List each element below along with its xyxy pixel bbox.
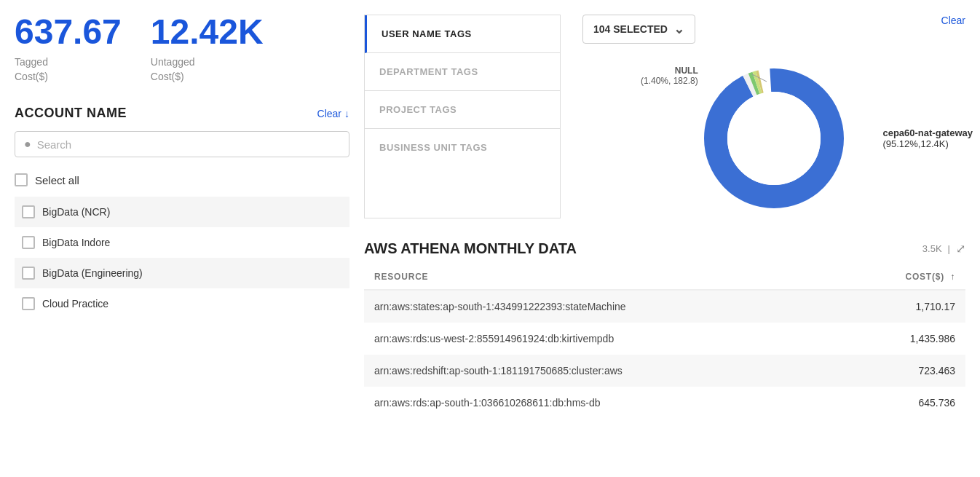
search-icon: ●	[24, 138, 31, 151]
tags-nav: USER NAME TAGS DEPARTMENT TAGS PROJECT T…	[364, 15, 561, 218]
tagged-cost-label: TaggedCost($)	[15, 55, 122, 84]
account-item-cloud-practice[interactable]: Cloud Practice	[15, 288, 349, 319]
dropdown-chevron-icon: ⌄	[673, 21, 684, 37]
svg-point-5	[727, 92, 821, 185]
untagged-cost-block: 12.42K UntaggedCost($)	[151, 15, 264, 84]
selected-dropdown[interactable]: 104 SELECTED ⌄	[582, 15, 695, 44]
athena-title: AWS ATHENA MONTHLY DATA	[364, 240, 577, 257]
selected-count-label: 104 SELECTED	[593, 23, 668, 35]
col-resource: RESOURCE	[364, 264, 842, 290]
account-checkbox-bigdata-indore[interactable]	[22, 236, 35, 249]
tag-item-businessunit[interactable]: BUSINESS UNIT TAGS	[365, 129, 560, 166]
athena-meta: 3.5K | ⤢	[922, 242, 965, 256]
athena-section: AWS ATHENA MONTHLY DATA 3.5K | ⤢ RESOURC…	[364, 240, 965, 462]
untagged-cost-label: UntaggedCost($)	[151, 55, 264, 84]
account-label-cloud-practice: Cloud Practice	[42, 298, 108, 310]
select-all-label: Select all	[35, 174, 79, 186]
main-container: 637.67 TaggedCost($) 12.42K UntaggedCost…	[0, 0, 980, 477]
account-label-bigdata-indore: BigData Indore	[42, 237, 110, 248]
table-row: arn:aws:rds:ap-south-1:036610268611:db:h…	[364, 387, 965, 419]
tagged-cost-block: 637.67 TaggedCost($)	[15, 15, 122, 84]
donut-null-title: NULL	[641, 66, 698, 76]
account-label-bigdata-ncr: BigData (NCR)	[42, 206, 110, 218]
table-row: arn:aws:redshift:ap-south-1:181191750685…	[364, 355, 965, 387]
table-row: arn:aws:states:ap-south-1:434991222393:s…	[364, 290, 965, 323]
search-box: ●	[15, 131, 349, 157]
clear-top-right-button[interactable]: Clear	[941, 15, 965, 26]
chart-area: Clear 104 SELECTED ⌄ NULL (1.40%, 182.8)	[582, 15, 965, 218]
account-item-bigdata-indore[interactable]: BigData Indore	[15, 227, 349, 258]
expand-icon[interactable]: ⤢	[956, 242, 965, 256]
donut-main-title: cepa60-nat-gateway	[882, 127, 973, 138]
account-name-title: ACCOUNT NAME	[15, 106, 127, 121]
tagged-cost-value: 637.67	[15, 15, 122, 50]
account-header: ACCOUNT NAME Clear ↓	[15, 106, 349, 121]
resource-cell: arn:aws:rds:us-west-2:855914961924:db:ki…	[364, 323, 842, 355]
left-panel: 637.67 TaggedCost($) 12.42K UntaggedCost…	[15, 15, 349, 462]
table-header-row: RESOURCE COST($) ↑	[364, 264, 965, 290]
account-checkbox-bigdata-ncr[interactable]	[22, 205, 35, 218]
col-cost[interactable]: COST($) ↑	[842, 264, 965, 290]
right-panel: USER NAME TAGS DEPARTMENT TAGS PROJECT T…	[364, 15, 965, 462]
sort-icon: ↑	[950, 272, 955, 282]
athena-header: AWS ATHENA MONTHLY DATA 3.5K | ⤢	[364, 240, 965, 257]
account-checkbox-bigdata-engineering[interactable]	[22, 267, 35, 280]
account-checkbox-cloud-practice[interactable]	[22, 297, 35, 310]
cost-cell: 645.736	[842, 387, 965, 419]
table-body: arn:aws:states:ap-south-1:434991222393:s…	[364, 290, 965, 419]
account-item-bigdata-engineering[interactable]: BigData (Engineering)	[15, 258, 349, 288]
select-all-checkbox[interactable]	[15, 173, 28, 186]
donut-null-label: NULL (1.40%, 182.8)	[641, 66, 698, 86]
account-item-bigdata-ncr[interactable]: BigData (NCR)	[15, 197, 349, 227]
top-area: USER NAME TAGS DEPARTMENT TAGS PROJECT T…	[364, 15, 965, 218]
donut-null-detail: (1.40%, 182.8)	[641, 76, 698, 86]
search-input[interactable]	[37, 138, 340, 151]
cost-cell: 1,710.17	[842, 290, 965, 323]
data-table: RESOURCE COST($) ↑ arn:aws:states:ap-sou…	[364, 264, 965, 419]
donut-main-detail: (95.12%,12.4K)	[882, 138, 973, 149]
donut-main-label: cepa60-nat-gateway (95.12%,12.4K)	[882, 127, 973, 149]
tag-item-username[interactable]: USER NAME TAGS	[365, 15, 560, 53]
tag-item-department[interactable]: DEPARTMENT TAGS	[365, 53, 560, 91]
cost-cell: 723.463	[842, 355, 965, 387]
resource-cell: arn:aws:redshift:ap-south-1:181191750685…	[364, 355, 842, 387]
donut-chart-wrapper: NULL (1.40%, 182.8)	[582, 58, 965, 218]
divider: |	[948, 243, 950, 254]
account-clear-button[interactable]: Clear ↓	[317, 108, 349, 119]
donut-svg	[694, 58, 854, 218]
table-row: arn:aws:rds:us-west-2:855914961924:db:ki…	[364, 323, 965, 355]
athena-count: 3.5K	[922, 243, 942, 254]
account-section: ACCOUNT NAME Clear ↓ ● Select all BigDat…	[15, 106, 349, 319]
untagged-cost-value: 12.42K	[151, 15, 264, 50]
account-label-bigdata-engineering: BigData (Engineering)	[42, 267, 143, 279]
resource-cell: arn:aws:rds:ap-south-1:036610268611:db:h…	[364, 387, 842, 419]
stats-row: 637.67 TaggedCost($) 12.42K UntaggedCost…	[15, 15, 349, 84]
cost-cell: 1,435.986	[842, 323, 965, 355]
resource-cell: arn:aws:states:ap-south-1:434991222393:s…	[364, 290, 842, 323]
select-all-row[interactable]: Select all	[15, 166, 349, 194]
account-list: BigData (NCR) BigData Indore BigData (En…	[15, 197, 349, 319]
tag-item-project[interactable]: PROJECT TAGS	[365, 91, 560, 129]
